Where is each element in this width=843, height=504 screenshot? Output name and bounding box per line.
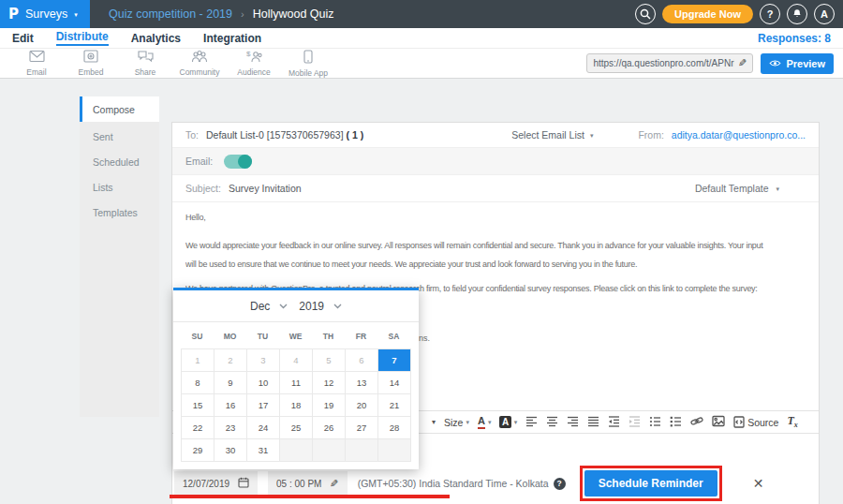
sidebar-item-scheduled[interactable]: Scheduled xyxy=(80,149,159,174)
calendar-day[interactable]: 14 xyxy=(378,372,411,394)
from-group: From: aditya.datar@questionpro.co... xyxy=(638,129,806,141)
subject-input[interactable]: Survey Invitation xyxy=(229,183,302,194)
calendar-day[interactable]: 29 xyxy=(182,439,214,462)
chevron-right-icon: › xyxy=(241,8,244,20)
breadcrumb: Quiz competition - 2019 › Hollywood Quiz xyxy=(109,7,334,21)
account-avatar[interactable]: A xyxy=(814,4,835,24)
responses-count[interactable]: Responses: 8 xyxy=(758,32,831,45)
email-toggle[interactable] xyxy=(224,155,252,169)
calendar-day[interactable]: 4 xyxy=(280,349,313,372)
source-button[interactable]: Source xyxy=(733,416,778,428)
channel-audience[interactable]: $ Audience xyxy=(227,50,281,77)
calendar-day[interactable]: 12 xyxy=(313,372,346,394)
edit-url-pencil-icon[interactable]: ✎ xyxy=(738,58,747,68)
sidebar-item-sent[interactable]: Sent xyxy=(80,124,159,149)
align-center-icon[interactable] xyxy=(546,415,558,429)
font-dropdown-caret-icon[interactable]: ▾ xyxy=(432,419,436,426)
email-body-greeting[interactable]: Hello, xyxy=(185,213,806,222)
insert-image-icon[interactable] xyxy=(712,415,725,429)
survey-url-field[interactable]: https://qa.questionpro.com/t/APNrFZf2S ✎ xyxy=(586,53,753,73)
channel-community[interactable]: Community xyxy=(172,50,227,77)
month-select[interactable]: Dec xyxy=(250,300,288,313)
calendar-day[interactable]: 15 xyxy=(182,394,214,417)
calendar-day[interactable]: 5 xyxy=(313,349,346,372)
calendar-day[interactable]: 1 xyxy=(182,349,214,372)
channel-share[interactable]: Share xyxy=(118,50,172,77)
calendar-day[interactable]: 19 xyxy=(313,394,346,417)
calendar-day[interactable]: 23 xyxy=(214,417,247,439)
help-icon[interactable]: ? xyxy=(760,4,780,24)
tab-distribute[interactable]: Distribute xyxy=(56,30,109,46)
breadcrumb-folder[interactable]: Quiz competition - 2019 xyxy=(109,7,232,21)
calendar-day[interactable]: 13 xyxy=(346,372,378,394)
calendar-day[interactable]: 25 xyxy=(280,417,313,439)
channel-mobile-app[interactable]: Mobile App xyxy=(281,50,335,78)
tab-integration[interactable]: Integration xyxy=(203,32,261,45)
calendar-day[interactable]: 11 xyxy=(280,372,313,394)
align-left-icon[interactable] xyxy=(525,415,538,429)
template-dropdown[interactable]: Default Template ▾ xyxy=(695,183,779,194)
numbered-list-icon[interactable] xyxy=(670,415,682,429)
preview-button[interactable]: Preview xyxy=(761,53,834,74)
calendar-day[interactable]: 21 xyxy=(378,394,411,417)
calendar-day[interactable]: 27 xyxy=(346,417,378,439)
email-body-paragraph1-line1[interactable]: We would appreciate your feedback in our… xyxy=(185,241,806,250)
bulleted-list-icon[interactable] xyxy=(649,415,661,429)
calendar-day[interactable]: 9 xyxy=(214,372,247,394)
calendar-day[interactable]: 24 xyxy=(247,417,280,439)
distribute-channel-bar: Email Embed Share Community $ Audience M… xyxy=(0,49,843,79)
to-label: To: xyxy=(185,129,199,141)
email-body-paragraph1-line2[interactable]: will be used to ensure that we continue … xyxy=(185,259,806,269)
calendar-day[interactable]: 22 xyxy=(182,417,214,439)
calendar-day[interactable]: 26 xyxy=(313,417,346,439)
text-color-button[interactable]: A ▾ xyxy=(478,415,491,428)
calendar-day[interactable]: 10 xyxy=(247,372,280,394)
edit-time-pencil-icon[interactable]: ✎ xyxy=(330,479,338,489)
sidebar-item-lists[interactable]: Lists xyxy=(80,174,159,200)
search-icon[interactable] xyxy=(635,4,656,24)
channel-embed[interactable]: Embed xyxy=(64,50,118,77)
to-list-value[interactable]: Default List-0 [1575370657963] xyxy=(206,129,344,141)
calendar-day[interactable]: 8 xyxy=(182,372,214,394)
calendar-day[interactable]: 28 xyxy=(378,417,411,439)
year-select[interactable]: 2019 xyxy=(299,300,342,313)
tab-edit[interactable]: Edit xyxy=(12,32,34,45)
content-area: Compose Sent Scheduled Lists Templates T… xyxy=(0,79,843,504)
schedule-time-field[interactable]: 05 : 00 PM ✎ xyxy=(268,471,348,496)
calendar-day-selected[interactable]: 7 xyxy=(378,349,411,372)
close-icon[interactable]: ✕ xyxy=(753,476,764,491)
channel-email[interactable]: Email xyxy=(9,50,64,77)
insert-link-icon[interactable] xyxy=(690,415,703,429)
background-color-button[interactable]: A ▾ xyxy=(499,416,517,428)
from-email-value[interactable]: aditya.datar@questionpro.co... xyxy=(672,129,806,141)
tab-analytics[interactable]: Analytics xyxy=(131,32,181,45)
align-right-icon[interactable] xyxy=(567,415,579,429)
select-email-list-dropdown[interactable]: Select Email List ▾ xyxy=(511,129,593,141)
caret-down-icon: ▾ xyxy=(74,11,78,18)
font-size-dropdown[interactable]: Size ▾ xyxy=(444,417,469,428)
caret-down-icon: ▾ xyxy=(488,419,492,425)
decrease-indent-icon[interactable] xyxy=(608,415,620,429)
calendar-icon[interactable] xyxy=(238,477,249,490)
calendar-day[interactable]: 3 xyxy=(247,349,280,372)
schedule-date-field[interactable]: 12/07/2019 xyxy=(174,471,258,496)
sidebar-item-templates[interactable]: Templates xyxy=(80,200,159,225)
calendar-day[interactable]: 2 xyxy=(214,349,247,372)
schedule-reminder-button[interactable]: Schedule Reminder xyxy=(584,470,717,497)
surveys-menu[interactable]: P Surveys ▾ xyxy=(0,0,90,28)
calendar-day[interactable]: 6 xyxy=(346,349,378,372)
timezone-help-icon[interactable]: ? xyxy=(554,478,566,490)
calendar-day[interactable]: 16 xyxy=(214,394,247,417)
calendar-day[interactable]: 20 xyxy=(346,394,378,417)
upgrade-now-button[interactable]: Upgrade Now xyxy=(662,5,753,23)
increase-indent-icon[interactable] xyxy=(629,415,641,429)
weekday-header-row: SU MO TU WE TH FR SA xyxy=(181,322,411,348)
remove-format-icon[interactable]: Tx xyxy=(787,414,797,429)
calendar-day[interactable]: 31 xyxy=(247,439,280,462)
calendar-day[interactable]: 30 xyxy=(214,439,247,462)
calendar-day[interactable]: 17 xyxy=(247,394,280,417)
sidebar-item-compose[interactable]: Compose xyxy=(80,96,159,122)
align-justify-icon[interactable] xyxy=(587,415,599,429)
notifications-bell-icon[interactable] xyxy=(787,4,807,24)
calendar-day[interactable]: 18 xyxy=(280,394,313,417)
